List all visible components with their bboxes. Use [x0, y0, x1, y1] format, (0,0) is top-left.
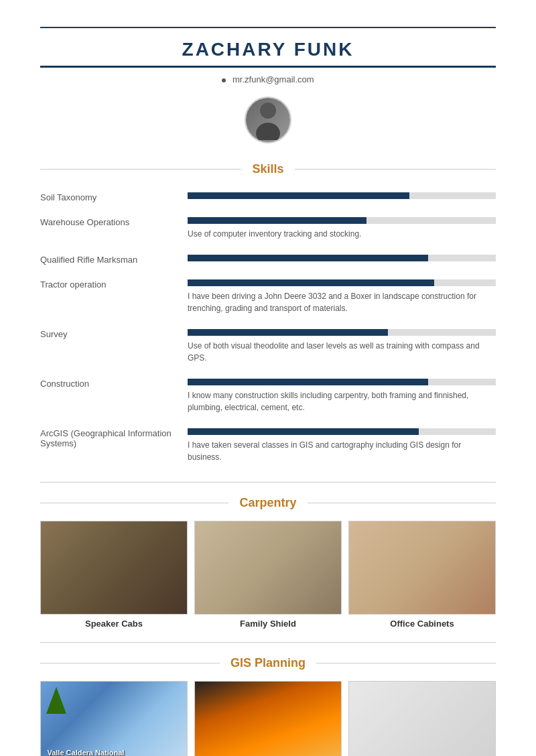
- skill-row: Tractor operationI have been driving a J…: [40, 270, 496, 320]
- skill-bar-cell: [188, 183, 496, 208]
- skill-bar-cell: I have taken several classes in GIS and …: [188, 419, 496, 468]
- name-section: ZACHARY FUNK: [40, 39, 496, 60]
- gis-grid: Valle Caldera National Preserve SIP Prio…: [40, 681, 496, 756]
- skill-bar-container: [188, 192, 496, 199]
- skill-description: Use of both visual theodolite and laser …: [188, 340, 496, 364]
- portfolio-image-gis3: [348, 681, 496, 756]
- portfolio-image-gis2: [194, 681, 342, 756]
- skill-row: SurveyUse of both visual theodolite and …: [40, 320, 496, 369]
- skill-bar-fill: [188, 329, 388, 336]
- portfolio-item: Family Shield: [194, 521, 342, 629]
- portfolio-image-speaker: [40, 521, 188, 615]
- skill-bar-cell: Use of both visual theodolite and laser …: [188, 320, 496, 369]
- svg-point-0: [260, 103, 276, 119]
- skill-bar-fill: [188, 279, 434, 286]
- skill-bar-container: [188, 279, 496, 286]
- gis-title: GIS Planning: [220, 656, 316, 670]
- skill-row: ConstructionI know many construction ski…: [40, 369, 496, 419]
- portfolio-label: Office Cabinets: [348, 619, 496, 629]
- gis-divider: [40, 642, 496, 643]
- portfolio-item: Speaker Cabs: [40, 521, 188, 629]
- carpentry-section-header: Carpentry: [40, 496, 496, 510]
- skill-bar-container: [188, 255, 496, 261]
- portfolio-label: Speaker Cabs: [40, 619, 188, 629]
- portfolio-item: Valle Caldera National Preserve SIP Prio…: [40, 681, 188, 756]
- avatar-section: [40, 97, 496, 146]
- skill-bar-fill: [188, 217, 366, 224]
- resume-container: ZACHARY FUNK mr.zfunk@gmail.com Skills S…: [13, 0, 523, 756]
- skill-label: Survey: [40, 320, 188, 369]
- avatar-silhouette: [251, 100, 285, 140]
- skill-bar-fill: [188, 192, 409, 199]
- skill-bar-cell: I know many construction skills includin…: [188, 369, 496, 419]
- skill-label: Soil Taxonomy: [40, 183, 188, 208]
- skill-label: Tractor operation: [40, 270, 188, 320]
- gis-section-header: GIS Planning: [40, 656, 496, 670]
- skill-bar-container: [188, 379, 496, 385]
- carpentry-title: Carpentry: [228, 496, 307, 510]
- skill-bar-cell: [188, 245, 496, 270]
- skill-bar-container: [188, 428, 496, 435]
- carpentry-header-line-left: [40, 503, 228, 503]
- skill-bar-container: [188, 329, 496, 336]
- portfolio-image-shield: [194, 521, 342, 615]
- skill-bar-cell: Use of computer inventory tracking and s…: [188, 208, 496, 245]
- skill-description: Use of computer inventory tracking and s…: [188, 228, 496, 240]
- portfolio-item: Fire Scene: [194, 681, 342, 756]
- skills-header-line-left: [40, 169, 241, 170]
- portfolio-item: Office Cabinets: [348, 521, 496, 629]
- skill-label: Qualified Rifle Marksman: [40, 245, 188, 270]
- carpentry-divider: [40, 482, 496, 483]
- carpentry-grid: Speaker CabsFamily ShieldOffice Cabinets: [40, 521, 496, 629]
- skill-description: I have been driving a John Deere 3032 an…: [188, 290, 496, 314]
- portfolio-item: Map Document: [348, 681, 496, 756]
- skills-table: Soil TaxonomyWarehouse OperationsUse of …: [40, 183, 496, 468]
- carpentry-header-line-right: [308, 503, 496, 503]
- bullet-icon: [222, 78, 226, 82]
- email-link[interactable]: mr.zfunk@gmail.com: [232, 74, 314, 84]
- avatar: [245, 97, 291, 143]
- skills-section-header: Skills: [40, 162, 496, 176]
- skill-row: Soil Taxonomy: [40, 183, 496, 208]
- skill-row: ArcGIS (Geographical Information Systems…: [40, 419, 496, 468]
- portfolio-image-cabinets: [348, 521, 496, 615]
- skill-row: Qualified Rifle Marksman: [40, 245, 496, 270]
- avatar-placeholder: [246, 98, 290, 142]
- contact-section: mr.zfunk@gmail.com: [40, 68, 496, 90]
- portfolio-image-gis1: Valle Caldera National Preserve SIP Prio…: [40, 681, 188, 756]
- skill-row: Warehouse OperationsUse of computer inve…: [40, 208, 496, 245]
- skill-bar-fill: [188, 428, 419, 435]
- gis-header-line-left: [40, 663, 220, 664]
- skill-label: Warehouse Operations: [40, 208, 188, 245]
- skill-bar-cell: I have been driving a John Deere 3032 an…: [188, 270, 496, 320]
- skill-description: I have taken several classes in GIS and …: [188, 439, 496, 463]
- top-border: [40, 27, 496, 28]
- gis-header-line-right: [316, 663, 496, 664]
- skill-label: Construction: [40, 369, 188, 419]
- skill-description: I know many construction skills includin…: [188, 389, 496, 414]
- skill-bar-container: [188, 217, 496, 224]
- skill-label: ArcGIS (Geographical Information Systems…: [40, 419, 188, 468]
- skill-bar-fill: [188, 379, 428, 385]
- skill-bar-fill: [188, 255, 428, 261]
- skills-header-line-right: [295, 169, 496, 170]
- skills-title: Skills: [241, 162, 294, 176]
- svg-point-1: [256, 123, 280, 140]
- portfolio-label: Family Shield: [194, 619, 342, 629]
- candidate-name: ZACHARY FUNK: [40, 39, 496, 60]
